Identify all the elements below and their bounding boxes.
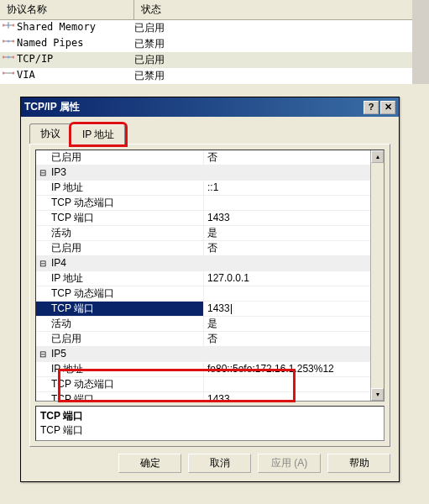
scroll-down-button[interactable]: ▾: [371, 388, 384, 401]
protocol-row[interactable]: TCP/IP 已启用: [0, 52, 412, 68]
property-row[interactable]: IP 地址::1: [36, 181, 370, 196]
ok-button[interactable]: 确定: [118, 454, 181, 473]
property-value[interactable]: 是: [204, 317, 370, 331]
property-name: IP4: [50, 256, 370, 270]
tab-ip-address[interactable]: IP 地址: [71, 124, 125, 144]
property-row[interactable]: 已启用否: [36, 150, 370, 165]
property-row[interactable]: TCP 端口1433: [36, 302, 370, 317]
expand-toggle-icon: [36, 302, 50, 316]
close-button[interactable]: ✕: [380, 101, 395, 114]
protocol-icon: [0, 69, 15, 83]
protocol-status: 已禁用: [134, 37, 235, 51]
property-row[interactable]: 已启用否: [36, 241, 370, 256]
protocol-icon: [0, 53, 15, 67]
property-row[interactable]: 活动是: [36, 317, 370, 332]
expand-toggle-icon: [36, 181, 50, 195]
description-box: TCP 端口 TCP 端口: [35, 406, 385, 441]
expand-toggle-icon: [36, 271, 50, 286]
protocol-status: 已启用: [134, 53, 235, 67]
property-group-header[interactable]: ⊟IP4: [36, 256, 370, 271]
property-name: TCP 端口: [50, 392, 204, 402]
scroll-up-button[interactable]: ▴: [371, 150, 384, 163]
protocol-row[interactable]: Shared Memory 已启用: [0, 20, 412, 36]
svg-point-2: [8, 24, 10, 27]
protocol-row[interactable]: Named Pipes 已禁用: [0, 36, 412, 52]
text-cursor: [231, 304, 232, 314]
tcpip-properties-dialog: TCP/IP 属性 ? ✕ 协议 IP 地址 已启用否⊟IP3IP 地址::1T…: [20, 97, 400, 482]
property-value[interactable]: 是: [204, 226, 370, 240]
protocol-status: 已禁用: [134, 69, 235, 83]
protocol-icon: [0, 21, 15, 35]
expand-toggle-icon[interactable]: ⊟: [36, 256, 50, 270]
property-name: TCP 动态端口: [50, 286, 204, 301]
apply-button[interactable]: 应用 (A): [258, 454, 321, 473]
property-value[interactable]: [204, 377, 370, 391]
property-row[interactable]: IP 地址127.0.0.1: [36, 271, 370, 286]
dialog-button-row: 确定 取消 应用 (A) 帮助: [21, 447, 399, 481]
property-value[interactable]: fe80::5efe:172.16.1.253%12: [204, 362, 370, 376]
property-name: IP3: [50, 165, 370, 180]
expand-toggle-icon[interactable]: ⊟: [36, 347, 50, 361]
property-row[interactable]: TCP 端口1433: [36, 211, 370, 226]
property-value[interactable]: 127.0.0.1: [204, 271, 370, 286]
property-value[interactable]: 1433: [204, 211, 370, 225]
property-grid: 已启用否⊟IP3IP 地址::1TCP 动态端口TCP 端口1433活动是已启用…: [35, 150, 385, 402]
property-row[interactable]: TCP 端口1433: [36, 392, 370, 402]
property-value[interactable]: ::1: [204, 181, 370, 195]
expand-toggle-icon: [36, 362, 50, 376]
svg-point-5: [8, 40, 10, 43]
expand-toggle-icon: [36, 211, 50, 225]
expand-toggle-icon[interactable]: ⊟: [36, 165, 50, 180]
property-name: IP5: [50, 347, 370, 361]
cancel-button[interactable]: 取消: [188, 454, 251, 473]
property-value[interactable]: [204, 286, 370, 301]
property-name: 已启用: [50, 150, 204, 165]
description-body: TCP 端口: [40, 423, 379, 438]
help-button[interactable]: 帮助: [327, 454, 390, 473]
dialog-title: TCP/IP 属性: [24, 100, 362, 114]
help-button[interactable]: ?: [364, 101, 379, 114]
property-row[interactable]: 已启用否: [36, 332, 370, 347]
svg-point-4: [13, 40, 15, 43]
protocol-row[interactable]: VIA 已禁用: [0, 68, 412, 84]
expand-toggle-icon: [36, 392, 50, 402]
protocol-list-panel: 协议名称 状态 Shared Memory 已启用 Named Pipes 已禁…: [0, 0, 429, 84]
svg-point-0: [3, 24, 5, 27]
svg-point-7: [13, 56, 15, 59]
property-value[interactable]: 否: [204, 241, 370, 255]
svg-point-1: [13, 24, 15, 27]
property-value[interactable]: 否: [204, 332, 370, 346]
property-row[interactable]: 活动是: [36, 226, 370, 241]
dialog-titlebar[interactable]: TCP/IP 属性 ? ✕: [21, 97, 399, 117]
property-row[interactable]: TCP 动态端口: [36, 196, 370, 211]
expand-toggle-icon: [36, 196, 50, 210]
svg-point-6: [3, 56, 5, 59]
tab-strip: 协议 IP 地址: [29, 123, 390, 144]
tab-protocol[interactable]: 协议: [29, 123, 71, 144]
property-value[interactable]: 否: [204, 150, 370, 165]
property-row[interactable]: TCP 动态端口: [36, 286, 370, 302]
header-protocol-name[interactable]: 协议名称: [0, 0, 134, 19]
property-name: TCP 端口: [50, 211, 204, 225]
protocol-status: 已启用: [134, 21, 235, 35]
header-status[interactable]: 状态: [134, 0, 235, 19]
property-value[interactable]: 1433: [204, 392, 370, 402]
property-value[interactable]: 1433: [204, 302, 370, 316]
scrollbar[interactable]: ▴ ▾: [370, 150, 384, 401]
protocol-name: Shared Memory: [15, 21, 134, 35]
property-group-header[interactable]: ⊟IP3: [36, 165, 370, 181]
protocol-list-header: 协议名称 状态: [0, 0, 412, 20]
property-name: IP 地址: [50, 181, 204, 195]
svg-point-3: [3, 40, 5, 43]
expand-toggle-icon: [36, 226, 50, 240]
expand-toggle-icon: [36, 377, 50, 391]
property-name: IP 地址: [50, 271, 204, 286]
property-row[interactable]: IP 地址fe80::5efe:172.16.1.253%12: [36, 362, 370, 377]
property-name: 活动: [50, 317, 204, 331]
property-row[interactable]: TCP 动态端口: [36, 377, 370, 392]
protocol-name: Named Pipes: [15, 37, 134, 51]
protocol-icon: [0, 37, 15, 51]
property-value[interactable]: [204, 196, 370, 210]
property-name: TCP 动态端口: [50, 196, 204, 210]
property-group-header[interactable]: ⊟IP5: [36, 347, 370, 362]
